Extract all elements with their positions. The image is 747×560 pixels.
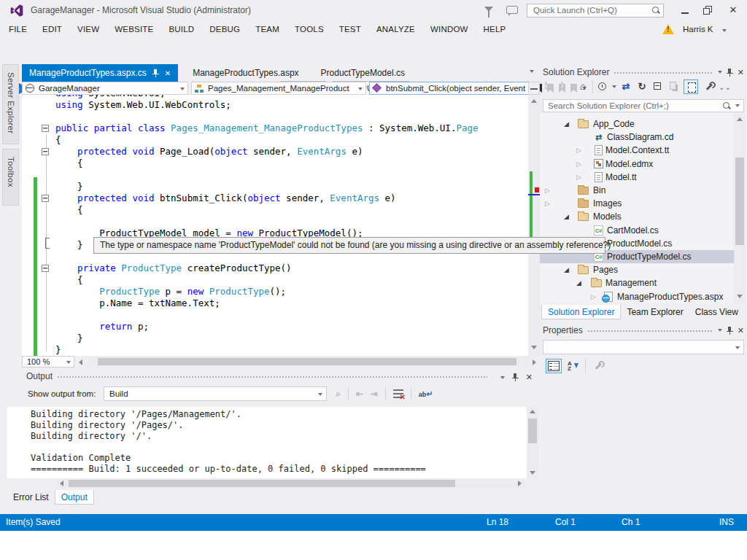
solution-explorer-header[interactable]: Solution Explorer ✕ bbox=[543, 66, 744, 79]
code-line[interactable]: using System.Web.UI.WebControls; bbox=[55, 99, 231, 111]
menu-help[interactable]: HELP bbox=[484, 25, 506, 34]
auto-hide-pin-icon[interactable] bbox=[727, 69, 733, 77]
signed-in-user[interactable]: Harris K bbox=[683, 25, 713, 34]
collapse-region-button[interactable] bbox=[42, 125, 49, 132]
property-pages-wrench-button[interactable] bbox=[592, 359, 605, 373]
expanded-arrow-icon[interactable]: ◢ bbox=[576, 279, 581, 287]
tree-item-images[interactable]: ▷Images bbox=[540, 197, 734, 210]
code-line[interactable]: { bbox=[55, 274, 83, 286]
menu-file[interactable]: FILE bbox=[9, 25, 27, 34]
user-menu-caret-icon[interactable] bbox=[722, 29, 727, 32]
pane-grip[interactable] bbox=[57, 375, 487, 378]
tree-item-manageproducttypes-aspx[interactable]: ▷ManageProductTypes.aspx bbox=[540, 290, 734, 303]
scrollbar-thumb[interactable] bbox=[735, 158, 744, 245]
collapse-all-button[interactable] bbox=[651, 80, 665, 93]
search-options-caret-icon[interactable] bbox=[735, 104, 740, 107]
scroll-right-icon[interactable] bbox=[533, 359, 536, 365]
close-button[interactable]: ✕ bbox=[725, 4, 741, 16]
scroll-right-icon[interactable] bbox=[518, 481, 522, 486]
scrollbar-thumb[interactable] bbox=[98, 358, 516, 365]
document-list-caret-icon[interactable] bbox=[530, 70, 534, 73]
menu-view[interactable]: VIEW bbox=[77, 25, 99, 34]
collapse-region-button[interactable] bbox=[42, 195, 49, 202]
tree-item-model-tt[interactable]: ▷Model.tt bbox=[540, 171, 734, 184]
scroll-down-icon[interactable] bbox=[530, 471, 535, 475]
output-vertical-scrollbar[interactable] bbox=[527, 407, 538, 478]
find-message-button[interactable]: ⌕ bbox=[336, 389, 341, 399]
scrollbar-thumb[interactable] bbox=[528, 419, 537, 443]
toolbar-overflow-icon[interactable]: ⌄⌄ bbox=[719, 83, 731, 91]
forward-button[interactable]: › bbox=[560, 80, 573, 93]
collapsed-arrow-icon[interactable]: ▷ bbox=[576, 146, 581, 155]
properties-object-select[interactable] bbox=[543, 340, 744, 354]
menu-build[interactable]: BUILD bbox=[169, 25, 194, 34]
tree-vertical-scrollbar[interactable] bbox=[734, 114, 746, 303]
alphabetical-sort-button[interactable]: AZ bbox=[568, 361, 579, 371]
collapsed-arrow-icon[interactable]: ▷ bbox=[591, 292, 596, 301]
menu-team[interactable]: TEAM bbox=[255, 25, 279, 34]
type-dropdown[interactable]: Pages_Management_ManageProduct bbox=[191, 82, 366, 95]
collapsed-arrow-icon[interactable]: ▷ bbox=[576, 173, 581, 182]
preview-selected-items-button[interactable] bbox=[667, 80, 681, 93]
show-all-files-button[interactable] bbox=[684, 80, 697, 93]
home-button[interactable]: ⌂ bbox=[576, 80, 589, 93]
scroll-up-icon[interactable] bbox=[530, 410, 535, 413]
close-pane-icon[interactable]: ✕ bbox=[526, 373, 533, 382]
menu-debug[interactable]: DEBUG bbox=[209, 25, 240, 34]
collapse-region-button[interactable] bbox=[42, 148, 49, 155]
output-horizontal-scrollbar[interactable] bbox=[57, 478, 525, 489]
tree-item-models[interactable]: ◢Models bbox=[540, 210, 734, 223]
panel-tab-solution-explorer[interactable]: Solution Explorer bbox=[541, 305, 621, 319]
sidebar-tab-server-explorer[interactable]: Server Explorer bbox=[2, 64, 19, 144]
code-line[interactable]: } bbox=[55, 239, 83, 251]
goto-next-message-button[interactable]: ⇥ bbox=[371, 389, 378, 399]
restore-button[interactable] bbox=[700, 4, 716, 16]
document-tab-manageproducttypes-aspx[interactable]: ManageProductTypes.aspx bbox=[185, 64, 306, 82]
code-line[interactable]: ProductType p = new ProductType(); bbox=[55, 286, 286, 298]
refresh-button[interactable]: ↻ bbox=[635, 80, 649, 93]
clear-all-button[interactable] bbox=[393, 389, 403, 399]
code-line[interactable]: protected void Page_Load(object sender, … bbox=[55, 146, 363, 158]
code-line[interactable]: { bbox=[55, 134, 61, 146]
member-dropdown[interactable]: btnSubmit_Click(object sender, Event bbox=[369, 82, 540, 95]
sync-with-active-document-button[interactable]: ⇄ bbox=[619, 80, 632, 93]
close-pane-icon[interactable]: ✕ bbox=[738, 68, 744, 77]
editor-vertical-scrollbar[interactable] bbox=[528, 95, 540, 356]
categorized-button[interactable] bbox=[546, 359, 562, 373]
window-position-caret-icon[interactable] bbox=[718, 329, 722, 332]
menu-analyze[interactable]: ANALYZE bbox=[376, 25, 415, 34]
project-dropdown[interactable]: GarageManager bbox=[22, 82, 188, 95]
pending-changes-filter-button[interactable] bbox=[596, 80, 609, 93]
pane-grip[interactable] bbox=[614, 71, 713, 74]
tree-item-pages[interactable]: ◢Pages bbox=[540, 263, 734, 276]
output-text-area[interactable]: Building directory '/Pages/Management/'.… bbox=[7, 407, 527, 478]
tree-item-model-edmx[interactable]: ▷Model.edmx bbox=[540, 158, 734, 171]
notification-warning-icon[interactable] bbox=[662, 24, 674, 34]
editor-zoom-select[interactable]: 100 % bbox=[22, 356, 74, 368]
quick-launch-search-icon[interactable] bbox=[651, 6, 660, 15]
document-tab-manageproducttypes-aspx-cs[interactable]: ManageProductTypes.aspx.cs✕ bbox=[22, 64, 178, 82]
scroll-left-icon[interactable] bbox=[60, 481, 63, 486]
editor-splitter-handle[interactable] bbox=[528, 82, 540, 95]
properties-header[interactable]: Properties ✕ bbox=[543, 324, 744, 337]
close-pane-icon[interactable]: ✕ bbox=[738, 326, 744, 335]
scrollbar-thumb[interactable] bbox=[69, 480, 455, 487]
pane-grip[interactable] bbox=[587, 329, 713, 332]
toggle-word-wrap-button[interactable]: ab bbox=[419, 389, 433, 399]
code-line[interactable]: public partial class Pages_Management_Ma… bbox=[55, 122, 479, 134]
goto-previous-message-button[interactable]: ⇤ bbox=[356, 389, 363, 399]
close-tab-icon[interactable]: ✕ bbox=[165, 69, 171, 77]
tree-item-app-code[interactable]: ◢App_Code bbox=[540, 117, 734, 131]
expanded-arrow-icon[interactable]: ◢ bbox=[564, 265, 569, 274]
expanded-arrow-icon[interactable]: ◢ bbox=[564, 212, 569, 221]
panel-tab-class-view[interactable]: Class View bbox=[689, 305, 744, 319]
scroll-down-icon[interactable] bbox=[531, 346, 537, 349]
filter-caret-icon[interactable] bbox=[612, 85, 616, 88]
menu-website[interactable]: WEBSITE bbox=[115, 25, 153, 34]
minimize-button[interactable] bbox=[677, 4, 693, 16]
expanded-arrow-icon[interactable]: ◢ bbox=[564, 120, 569, 128]
back-button[interactable]: ‹ bbox=[544, 80, 557, 93]
code-line[interactable]: { bbox=[55, 204, 83, 216]
solution-explorer-search-input[interactable]: Search Solution Explorer (Ctrl+;) bbox=[543, 99, 744, 112]
scroll-left-icon[interactable] bbox=[79, 359, 82, 365]
